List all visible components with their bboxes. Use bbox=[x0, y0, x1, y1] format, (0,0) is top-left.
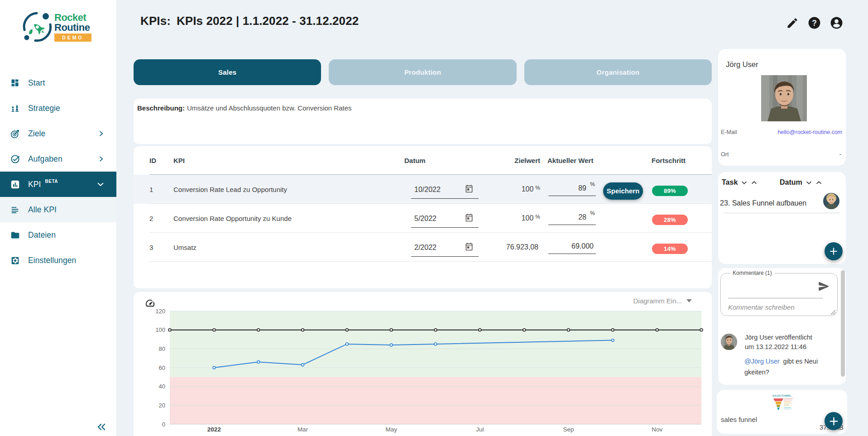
resize-handle-icon[interactable] bbox=[830, 309, 836, 314]
sort-asc-icon[interactable] bbox=[751, 179, 758, 186]
kpi-line-chart: 0204060801001202022MarMayJulSepNov bbox=[134, 292, 712, 436]
x-tick-label: Sep bbox=[563, 426, 574, 433]
sidebar-item-label: KPI bbox=[28, 180, 41, 189]
current-value: 28 bbox=[578, 213, 586, 221]
chart-point bbox=[302, 364, 304, 366]
kpi-table-card: ID KPI Datum Zielwert Aktueller Wert For… bbox=[134, 146, 712, 288]
sidebar-item-alle-kpi[interactable]: Alle KPI bbox=[0, 197, 116, 222]
chart-point bbox=[567, 329, 570, 331]
description-label: Beschreibung: bbox=[137, 104, 185, 112]
current-value-suffix: % bbox=[590, 210, 595, 216]
kpi-table-header: ID KPI Datum Zielwert Aktueller Wert For… bbox=[134, 146, 712, 175]
comments-legend: Kommentare (1) bbox=[730, 270, 774, 276]
tasks-card: Task Datum 23. Sales Funnel aufbauen bbox=[718, 172, 846, 264]
kpi-name: Conversion Rate Lead zu Opportunity bbox=[173, 175, 287, 204]
brand-line2: Routine bbox=[54, 22, 90, 33]
date-input[interactable]: 10/2022 bbox=[411, 180, 479, 199]
account-icon[interactable] bbox=[830, 16, 844, 32]
task-item[interactable]: 23. Sales Funnel aufbauen bbox=[720, 199, 806, 207]
comment-input-box[interactable]: Kommentare (1) Kommentar schreiben bbox=[720, 273, 838, 316]
mention-link[interactable]: @Jörg User bbox=[744, 358, 780, 365]
sidebar-item-label: Strategie bbox=[28, 104, 60, 113]
current-value-input[interactable]: 89% bbox=[548, 181, 596, 196]
target-suffix: % bbox=[535, 214, 540, 220]
column-header-zielwert: Zielwert bbox=[471, 146, 540, 175]
sidebar-item-label: Aufgaben bbox=[28, 154, 62, 164]
profile-name: Jörg User bbox=[726, 60, 758, 69]
sidebar-item-ziele[interactable]: Ziele bbox=[0, 121, 116, 146]
app-logo[interactable]: Rocket Routine DEMO bbox=[22, 11, 92, 47]
kpi-table-row[interactable]: 1 Conversion Rate Lead zu Opportunity 10… bbox=[134, 175, 712, 204]
current-value-input[interactable]: 69.000 bbox=[548, 239, 596, 254]
sort-desc-icon[interactable] bbox=[806, 179, 812, 186]
file-preview-thumbnail[interactable] bbox=[770, 393, 794, 413]
y-tick-label: 60 bbox=[159, 364, 165, 371]
tab-sales[interactable]: Sales bbox=[134, 59, 321, 85]
column-header-kpi: KPI bbox=[173, 146, 185, 175]
sidebar-item-aufgaben[interactable]: Aufgaben bbox=[0, 146, 116, 172]
sidebar-item-start[interactable]: Start bbox=[0, 70, 116, 96]
target-number: 76.923,08 bbox=[506, 243, 538, 251]
kpi-table-row[interactable]: 2 Conversion Rate Opportunity zu Kunde 5… bbox=[134, 204, 712, 233]
rocket-emblem-icon bbox=[24, 13, 50, 41]
current-value: 69.000 bbox=[571, 242, 594, 250]
tab-organisation[interactable]: Organisation bbox=[524, 59, 712, 85]
tab-label: Produktion bbox=[404, 68, 441, 76]
date-input[interactable]: 5/2022 bbox=[411, 209, 479, 228]
y-tick-label: 80 bbox=[159, 345, 165, 352]
tab-produktion[interactable]: Produktion bbox=[329, 59, 516, 85]
email-link[interactable]: hello@rocket-routine.com bbox=[777, 129, 842, 135]
sort-desc-icon[interactable] bbox=[741, 179, 748, 186]
chart-point bbox=[656, 329, 658, 331]
kpi-group-tabs: Sales Produktion Organisation bbox=[134, 59, 712, 85]
sidebar-item-label: Dateien bbox=[28, 230, 56, 240]
sort-by-date: Datum bbox=[780, 178, 822, 187]
add-task-button[interactable] bbox=[825, 242, 843, 260]
sidebar-item-strategie[interactable]: Strategie bbox=[0, 96, 116, 121]
svg-text:?: ? bbox=[812, 19, 817, 28]
sort-asc-icon[interactable] bbox=[815, 179, 822, 186]
target-value: 76.923,08 bbox=[506, 243, 540, 251]
kpi-id: 3 bbox=[149, 233, 165, 262]
edit-icon[interactable] bbox=[786, 17, 799, 31]
comments-card: Kommentare (1) Kommentar schreiben Jörg … bbox=[718, 268, 846, 385]
save-button[interactable]: Speichern bbox=[603, 182, 643, 200]
x-tick-label: Jul bbox=[476, 426, 484, 433]
current-value-suffix: % bbox=[590, 181, 595, 187]
chart-point bbox=[168, 329, 171, 331]
progress-badge: 28% bbox=[652, 215, 688, 225]
kpi-table-row[interactable]: 3 Umsatz 2/2022 76.923,08 69.000 14% bbox=[134, 233, 712, 262]
kpi-id: 2 bbox=[149, 204, 165, 233]
description-text: Beschreibung:Umsätze und Abschlussquoten… bbox=[137, 104, 352, 112]
chart-point bbox=[611, 339, 614, 342]
kpi-name: Conversion Rate Opportunity zu Kunde bbox=[173, 204, 292, 233]
chart-point bbox=[213, 366, 216, 369]
send-icon[interactable] bbox=[818, 280, 830, 294]
folder-icon bbox=[10, 230, 20, 240]
comment-meta: Jörg User veröffentlicht um 13.12.2022 1… bbox=[745, 333, 812, 352]
settings-icon bbox=[10, 255, 20, 265]
x-tick-label: 2022 bbox=[207, 426, 221, 433]
target-number: 100 bbox=[522, 214, 534, 222]
x-tick-label: Nov bbox=[652, 426, 662, 433]
add-file-button[interactable] bbox=[825, 412, 843, 430]
sidebar-item-kpi[interactable]: KPI BETA bbox=[0, 172, 116, 197]
location-label: Ort bbox=[721, 151, 729, 158]
files-card: sales funnel 37.0 KB bbox=[717, 390, 847, 434]
date-input[interactable]: 2/2022 bbox=[411, 238, 479, 257]
comment-input-placeholder[interactable]: Kommentar schreiben bbox=[728, 303, 795, 311]
chart-point bbox=[523, 329, 526, 331]
sidebar-item-einstellungen[interactable]: Einstellungen bbox=[0, 248, 116, 273]
help-icon[interactable]: ? bbox=[807, 16, 821, 32]
current-value-input[interactable]: 28% bbox=[548, 210, 596, 225]
sidebar-item-dateien[interactable]: Dateien bbox=[0, 222, 116, 248]
progress-badge: 14% bbox=[652, 244, 688, 254]
task-assignee-avatar[interactable] bbox=[823, 193, 839, 209]
chart-point bbox=[345, 329, 348, 331]
comments-scrollbar[interactable] bbox=[841, 270, 845, 377]
sidebar-collapse-icon[interactable] bbox=[96, 422, 108, 433]
column-header-fortschritt: Fortschritt bbox=[652, 146, 686, 175]
location-value: - bbox=[839, 151, 841, 158]
date-value: 2/2022 bbox=[414, 244, 436, 252]
target-suffix: % bbox=[535, 185, 540, 191]
